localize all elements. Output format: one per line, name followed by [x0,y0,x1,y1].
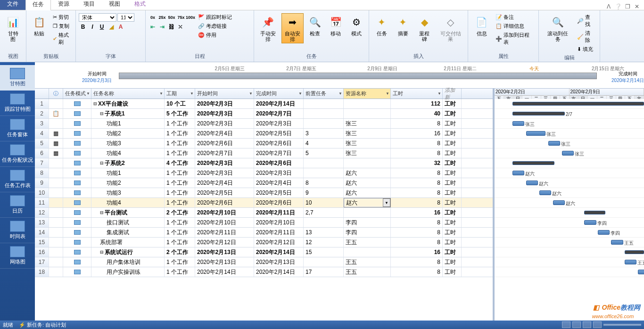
cell-index[interactable]: 4 [35,129,49,138]
cell-start[interactable]: 2020年2月4日 [195,178,254,188]
cell-dur[interactable]: 1 个工作 [165,198,195,207]
cell-dur[interactable]: 1 个工作 [165,267,195,277]
col-info[interactable]: ⓘ [49,89,63,99]
cell-work[interactable]: 8 [391,139,443,148]
cell-dur[interactable]: 1 个工作 [165,148,195,158]
cell-start[interactable]: 2020年2月5日 [195,188,254,197]
minimize-ribbon-icon[interactable]: ᐱ [605,3,612,10]
cell-name[interactable]: 集成测试 [91,228,165,237]
manual-schedule-button[interactable]: 📌手动安排 [257,13,280,43]
table-row[interactable]: 17用户集体培训1 个工作2020年2月13日2020年2月13日王五8工时 [35,257,493,267]
table-row[interactable]: 9功能21 个工作2020年2月4日2020年2月4日8赵六8工时 [35,178,493,188]
cell-mode[interactable] [63,139,91,148]
gantt-bar[interactable]: 张三 [526,131,545,136]
cell-pred[interactable]: 17 [304,267,344,277]
cell-work[interactable]: 16 [391,129,443,138]
table-row[interactable]: 6▦功能41 个工作2020年2月7日2020年2月7日5张三8工时 [35,148,493,158]
cell-work[interactable]: 8 [391,148,443,158]
cell-info[interactable] [49,188,63,197]
cell-index[interactable]: 1 [35,99,49,108]
cell-info[interactable] [49,238,63,247]
gantt-bar[interactable]: 张三 [512,121,524,126]
cell-work[interactable]: 8 [391,238,443,247]
cell-start[interactable]: 2020年2月3日 [195,168,254,178]
insert-deliverable-button[interactable]: ◇可交付结果 [436,13,465,43]
cell-end[interactable]: 2020年2月6日 [254,158,304,168]
cell-mode[interactable] [63,247,91,257]
cell-res[interactable]: 李四 [344,228,391,237]
table-row[interactable]: 15系统部署1 个工作2020年2月12日2020年2月12日12王五8工时 [35,238,493,247]
cell-pred[interactable] [304,99,344,108]
cell-res[interactable] [344,109,391,118]
fill-button[interactable]: ⬇填充 [576,45,597,53]
cell-res[interactable]: 王五 [344,238,391,247]
cell-mode[interactable] [63,267,91,277]
status-new-task[interactable]: ⚡ 新任务: 自动计划 [19,321,66,329]
table-row[interactable]: 4▦功能21 个工作2020年2月4日2020年2月5日3张三16工时 [35,129,493,139]
cell-mode[interactable] [63,168,91,178]
cell-info[interactable] [49,228,63,237]
cell-index[interactable]: 6 [35,148,49,158]
cell-name[interactable]: 功能1 [91,168,165,178]
timeline-bar[interactable]: 2月5日 星期三2月7日 星期五2月9日 星期日2月11日 星期二今天2月15日… [119,73,597,79]
cell-index[interactable]: 12 [35,208,49,217]
cell-info[interactable] [49,208,63,217]
col-work[interactable]: 工时▼ [391,89,443,99]
cell-dur[interactable]: 1 个工作 [165,257,195,267]
view-btn-1[interactable] [562,321,570,328]
cell-work[interactable]: 32 [391,158,443,168]
close-icon[interactable]: ✕ [634,3,640,10]
cell-start[interactable]: 2020年2月11日 [195,228,254,237]
cell-end[interactable]: 2020年2月3日 [254,119,304,128]
col-mode[interactable]: 任务模式▼ [63,89,91,99]
cell-res[interactable]: 张三 [344,129,391,138]
cell-info[interactable] [49,158,63,168]
cell-pred[interactable]: 12 [304,238,344,247]
gantt-body[interactable]: 2/7张三张三张三张三赵六赵六赵六赵六李四李四王五王五王五 [495,99,644,321]
cell-pred[interactable] [304,109,344,118]
sidebar-item-2[interactable]: 任务窗体 [0,116,35,141]
cell-dur[interactable]: 1 个工作 [165,218,195,227]
cell-mode[interactable] [63,208,91,217]
cell-end[interactable]: 2020年2月7日 [254,148,304,158]
cell-end[interactable]: 2020年2月3日 [254,168,304,178]
table-row[interactable]: 5▦功能31 个工作2020年2月6日2020年2月6日4张三8工时 [35,139,493,148]
cell-info[interactable] [49,99,63,108]
auto-schedule-button[interactable]: ➡自动安排 [281,13,304,43]
sidebar-item-0[interactable]: 甘特图 [0,65,35,90]
cell-pred[interactable]: 4 [304,139,344,148]
cell-work[interactable]: 8 [391,198,443,207]
cell-work[interactable]: 8 [391,119,443,128]
pct0-button[interactable]: 0x [149,13,157,22]
inactivate-button[interactable]: ⛔停用 [197,31,233,39]
cell-mode[interactable] [63,99,91,108]
cell-start[interactable]: 2020年2月10日 [195,208,254,217]
copy-button[interactable]: ❐复制 [51,22,73,30]
gantt-bar[interactable]: 赵六 [553,200,565,205]
cell-res[interactable]: 赵六 [344,178,391,188]
cell-dur[interactable]: 1 个工作 [165,129,195,138]
cell-dur[interactable]: 1 个工作 [165,178,195,188]
cell-mode[interactable] [63,178,91,188]
font-size-select[interactable]: 11 [117,13,134,22]
cell-work[interactable]: 16 [391,247,443,257]
cell-end[interactable]: 2020年2月14日 [254,267,304,277]
cell-end[interactable]: 2020年2月7日 [254,109,304,118]
col-start[interactable]: 开始时间▼ [195,89,254,99]
highlight-button[interactable]: ◢ [107,23,116,31]
cell-pred[interactable]: 5 [304,148,344,158]
cell-mode[interactable] [63,188,91,197]
mode-button[interactable]: ⚙模式 [347,13,366,38]
table-row[interactable]: 14集成测试1 个工作2020年2月11日2020年2月11日13李四8工时 [35,228,493,238]
cell-res[interactable] [344,208,391,217]
cell-name[interactable]: 功能1 [91,119,165,128]
tab-task[interactable]: 任务 [25,0,51,10]
cell-info[interactable] [49,218,63,227]
tab-view[interactable]: 视图 [102,0,127,10]
move-button[interactable]: 📅移动 [326,13,345,38]
cell-info[interactable]: ▦ [49,148,63,158]
cell-work[interactable]: 16 [391,208,443,217]
cut-button[interactable]: ✂剪切 [51,13,73,21]
update-schedule-button[interactable]: 🔗考虑链接 [197,22,233,30]
cell-name[interactable]: 功能2 [91,178,165,188]
